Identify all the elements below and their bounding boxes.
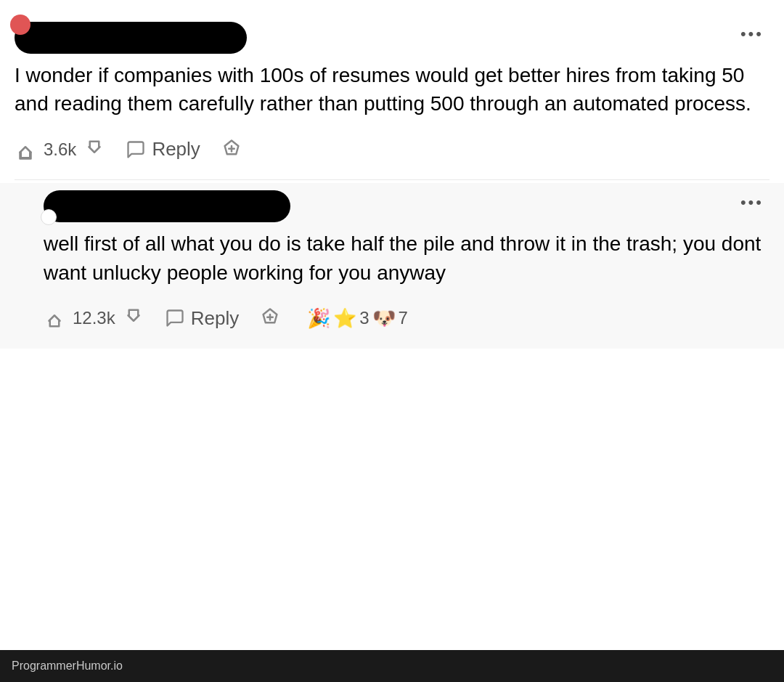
comment-2-reply-label: Reply bbox=[191, 307, 239, 330]
reaction-party[interactable]: 🎉 bbox=[307, 307, 330, 330]
downvote-icon-2[interactable] bbox=[123, 307, 144, 329]
comment-2: ••• well first of all what you do is tak… bbox=[0, 183, 784, 348]
footer-label: ProgrammerHumor.io bbox=[12, 659, 123, 673]
comment-2-reply-button[interactable]: Reply bbox=[165, 307, 239, 330]
reaction-dog-count: 7 bbox=[399, 308, 408, 328]
reaction-star[interactable]: ⭐ bbox=[333, 307, 356, 330]
comment-1-avatar bbox=[15, 22, 247, 54]
comment-2-body: well first of all what you do is take ha… bbox=[44, 230, 769, 286]
award-icon-2[interactable] bbox=[259, 307, 281, 329]
comment-1-vote-group: 3.6k bbox=[15, 139, 105, 161]
divider-1 bbox=[15, 179, 769, 180]
avatar-dot bbox=[10, 15, 30, 35]
comment-1: ••• I wonder if companies with 100s of r… bbox=[0, 15, 784, 179]
comment-2-vote-group: 12.3k bbox=[44, 307, 144, 329]
page-container: ••• I wonder if companies with 100s of r… bbox=[0, 0, 784, 682]
comment-2-avatar bbox=[44, 190, 290, 222]
comment-1-upvote-count: 3.6k bbox=[44, 139, 76, 160]
comment-1-actions: 3.6k Reply bbox=[15, 132, 769, 172]
downvote-icon[interactable] bbox=[83, 139, 105, 161]
comment-1-header: ••• bbox=[15, 22, 769, 54]
comment-2-actions: 12.3k Reply bbox=[44, 301, 769, 341]
content-area: ••• I wonder if companies with 100s of r… bbox=[0, 0, 784, 682]
comment-1-reply-button[interactable]: Reply bbox=[126, 138, 200, 161]
comment-2-upvote-count: 12.3k bbox=[73, 308, 115, 328]
upvote-icon[interactable] bbox=[15, 139, 36, 161]
reply-icon-2 bbox=[165, 308, 185, 328]
comment-1-reply-label: Reply bbox=[152, 138, 200, 161]
comment-1-more-button[interactable]: ••• bbox=[735, 22, 769, 46]
comment-2-header: ••• bbox=[44, 190, 769, 222]
reaction-dog[interactable]: 🐶 bbox=[372, 307, 396, 330]
comment-2-more-button[interactable]: ••• bbox=[735, 190, 769, 215]
reaction-star-count: 3 bbox=[359, 308, 369, 328]
footer-bar: ProgrammerHumor.io bbox=[0, 650, 784, 682]
upvote-icon-2[interactable] bbox=[44, 307, 65, 329]
reply-icon bbox=[126, 139, 146, 160]
reactions-group: 🎉 ⭐ 3 🐶 7 bbox=[307, 307, 408, 330]
award-icon[interactable] bbox=[221, 139, 242, 161]
comment-1-body: I wonder if companies with 100s of resum… bbox=[15, 61, 769, 118]
